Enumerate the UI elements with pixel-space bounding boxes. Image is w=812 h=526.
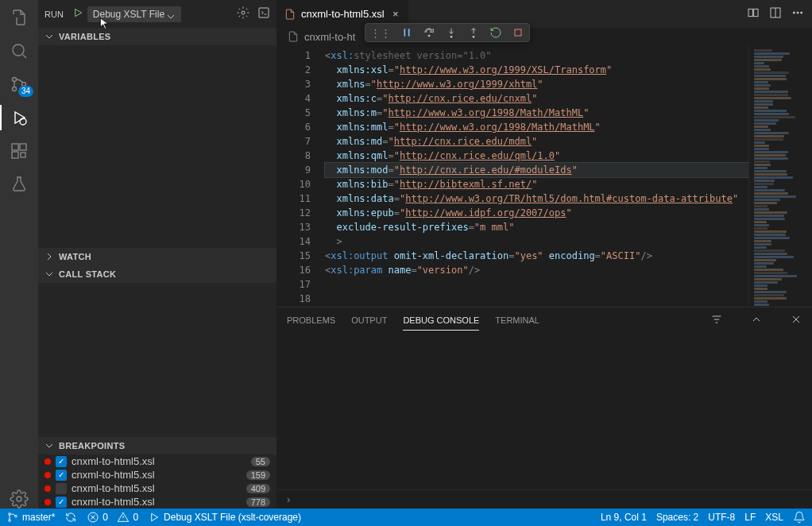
- settings-gear-icon[interactable]: [10, 489, 29, 509]
- testing-icon[interactable]: [10, 175, 29, 194]
- breakpoint-line: 778: [246, 497, 270, 507]
- bottom-panel: PROBLEMS OUTPUT DEBUG CONSOLE TERMINAL ›: [277, 307, 812, 509]
- status-encoding[interactable]: UTF-8: [708, 512, 735, 523]
- status-feedback-icon[interactable]: [793, 511, 806, 524]
- extensions-icon[interactable]: [10, 141, 29, 161]
- svg-point-1: [13, 78, 17, 82]
- breakpoint-item[interactable]: ✓cnxml-to-html5.xsl55: [38, 454, 276, 468]
- breakpoint-item[interactable]: cnxml-to-html5.xsl409: [38, 482, 276, 495]
- collapse-panel-icon[interactable]: [750, 313, 763, 327]
- tab-problems[interactable]: PROBLEMS: [287, 311, 335, 330]
- pause-icon[interactable]: [400, 26, 413, 39]
- run-debug-icon[interactable]: [10, 108, 29, 127]
- status-indent[interactable]: Spaces: 2: [656, 512, 698, 523]
- step-over-icon[interactable]: [423, 26, 435, 39]
- tab-terminal[interactable]: TERMINAL: [495, 311, 539, 330]
- explorer-icon[interactable]: [10, 8, 29, 27]
- debug-console-body[interactable]: [277, 333, 812, 489]
- restart-icon[interactable]: [489, 26, 502, 39]
- source-control-icon[interactable]: 34: [10, 75, 29, 94]
- tab-debug-console[interactable]: DEBUG CONSOLE: [403, 311, 479, 331]
- drag-handle-icon[interactable]: ⋮⋮: [370, 27, 391, 39]
- code-lines[interactable]: <xsl:stylesheet version="1.0" xmlns:xsl=…: [322, 45, 748, 307]
- start-debug-icon[interactable]: [72, 6, 84, 21]
- run-sidebar: RUN Debug XSLT File VARIABLES WATCH CALL…: [38, 0, 277, 509]
- variables-body: [38, 45, 276, 248]
- svg-point-2: [13, 87, 17, 91]
- breakpoint-checkbox[interactable]: ✓: [56, 470, 67, 481]
- step-into-icon[interactable]: [445, 26, 458, 39]
- breakpoint-line: 55: [251, 457, 270, 466]
- debug-console-input[interactable]: ›: [277, 489, 812, 509]
- debug-settings-icon[interactable]: [237, 6, 249, 21]
- callstack-section-header[interactable]: CALL STACK: [38, 265, 276, 283]
- breakpoint-file: cnxml-to-html5.xsl: [72, 469, 242, 481]
- debug-toolbar[interactable]: ⋮⋮: [365, 23, 530, 42]
- search-icon[interactable]: [10, 41, 29, 60]
- status-cursor-pos[interactable]: Ln 9, Col 1: [601, 512, 647, 523]
- svg-point-9: [17, 497, 21, 501]
- status-errors[interactable]: 0 0: [87, 511, 138, 524]
- breakpoint-checkbox[interactable]: [56, 483, 67, 494]
- svg-point-19: [450, 36, 452, 37]
- watch-section-header[interactable]: WATCH: [38, 248, 276, 265]
- svg-point-10: [242, 11, 245, 14]
- compare-icon[interactable]: [747, 6, 760, 21]
- chevron-down-icon: [43, 439, 56, 452]
- debug-console-toggle-icon[interactable]: [257, 6, 270, 21]
- callstack-body: [38, 283, 276, 437]
- status-bar: master* 0 0 Debug XSLT File (xslt-covera…: [0, 509, 812, 526]
- chevron-down-icon: [43, 30, 56, 43]
- close-icon[interactable]: ×: [389, 8, 402, 20]
- breakpoint-item[interactable]: ✓cnxml-to-html5.xsl159: [38, 468, 276, 482]
- step-out-icon[interactable]: [467, 26, 480, 39]
- svg-rect-13: [754, 9, 758, 16]
- chevron-down-icon: [164, 10, 177, 25]
- svg-point-4: [20, 118, 26, 125]
- line-gutter: 12345678910111213141516171819: [277, 45, 322, 307]
- run-sidebar-header: RUN Debug XSLT File: [38, 0, 276, 28]
- breakpoints-section-header[interactable]: BREAKPOINTS: [38, 437, 276, 454]
- breakpoint-checkbox[interactable]: ✓: [56, 456, 67, 467]
- chevron-down-icon: [43, 268, 56, 280]
- chevron-right-icon: [43, 250, 56, 263]
- svg-point-22: [9, 513, 11, 516]
- breakpoint-dot-icon: [44, 499, 51, 505]
- svg-point-16: [797, 12, 798, 14]
- breakpoint-file: cnxml-to-html5.xsl: [72, 455, 246, 467]
- filter-icon[interactable]: [710, 313, 723, 327]
- scm-badge: 34: [18, 86, 33, 97]
- file-icon: [287, 30, 300, 43]
- variables-section-header[interactable]: VARIABLES: [38, 28, 276, 45]
- svg-rect-7: [12, 152, 18, 158]
- svg-rect-6: [20, 144, 26, 150]
- breakpoint-file: cnxml-to-html5.xsl: [72, 496, 242, 508]
- breakpoint-item[interactable]: ✓cnxml-to-html5.xsl778: [38, 495, 276, 509]
- status-branch[interactable]: master*: [6, 511, 55, 524]
- svg-point-15: [793, 12, 795, 14]
- tab-label: cnxml-to-html5.xsl: [301, 8, 385, 20]
- status-eol[interactable]: LF: [744, 512, 756, 523]
- svg-rect-5: [12, 144, 18, 150]
- svg-rect-8: [21, 153, 25, 157]
- panel-tabs: PROBLEMS OUTPUT DEBUG CONSOLE TERMINAL: [277, 307, 812, 333]
- svg-rect-11: [259, 8, 269, 17]
- more-actions-icon[interactable]: [791, 6, 804, 21]
- svg-point-0: [13, 44, 24, 56]
- tab-output[interactable]: OUTPUT: [351, 311, 387, 330]
- breakpoint-line: 159: [246, 470, 270, 480]
- split-editor-icon[interactable]: [769, 6, 782, 21]
- svg-point-23: [9, 520, 11, 522]
- close-panel-icon[interactable]: [790, 313, 802, 327]
- minimap[interactable]: [748, 45, 812, 307]
- svg-rect-12: [748, 9, 752, 16]
- stop-icon[interactable]: [512, 26, 524, 39]
- status-sync[interactable]: [64, 511, 77, 524]
- file-icon: [284, 8, 296, 21]
- breakpoint-checkbox[interactable]: ✓: [56, 497, 67, 508]
- status-debug-target[interactable]: Debug XSLT File (xslt-coverage): [148, 511, 301, 524]
- status-language[interactable]: XSL: [765, 512, 783, 523]
- launch-config-dropdown[interactable]: Debug XSLT File: [87, 6, 181, 22]
- breadcrumb[interactable]: cnxml-to-ht ⋮⋮: [277, 28, 812, 45]
- code-editor[interactable]: 12345678910111213141516171819 <xsl:style…: [277, 45, 812, 307]
